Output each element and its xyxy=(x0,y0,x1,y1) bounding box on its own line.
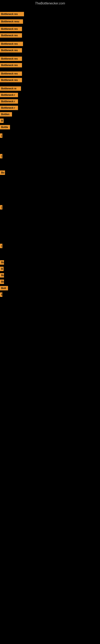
bottleneck-label[interactable]: Bo xyxy=(0,273,4,278)
list-item: E xyxy=(0,292,100,297)
bottleneck-label[interactable]: | xyxy=(0,134,2,138)
list-item: Bottleneck res xyxy=(0,12,100,16)
bottleneck-label[interactable]: Bo xyxy=(0,280,4,284)
list-item: | xyxy=(0,205,100,210)
items-container: Bottleneck resBottleneck resuBottleneck … xyxy=(0,7,100,298)
bottleneck-label[interactable]: Bottleneck res xyxy=(0,78,22,82)
list-item: Bottleneck res xyxy=(0,42,100,46)
bottleneck-label[interactable]: Bottleneck res xyxy=(0,42,23,46)
bottleneck-label[interactable]: | xyxy=(0,244,2,248)
bottleneck-label[interactable]: Bottle xyxy=(0,125,10,130)
bottleneck-label[interactable]: Bott xyxy=(0,286,8,290)
list-item: Bottleneck res xyxy=(0,27,100,31)
list-item: | xyxy=(0,134,100,138)
list-item: Bo xyxy=(0,280,100,284)
list-item: Bottleneck res xyxy=(0,33,100,38)
list-item: Bottleneck res xyxy=(0,56,100,61)
list-item: Bott xyxy=(0,286,100,290)
bottleneck-label[interactable]: Bottleneck res xyxy=(0,56,22,61)
bottleneck-label[interactable]: Bottleneck res xyxy=(0,33,22,38)
list-item: Bottleneck res xyxy=(0,78,100,82)
list-item: Bottleneck res xyxy=(0,72,100,76)
bottleneck-label[interactable]: | xyxy=(0,205,2,210)
list-item: Bottleneck re xyxy=(0,86,100,91)
bottleneck-label[interactable]: Bottleneck r xyxy=(0,106,18,110)
bottleneck-label[interactable]: | xyxy=(0,154,2,158)
bottleneck-label[interactable]: Bottleneck res xyxy=(0,48,22,52)
list-item: Bottleneck r xyxy=(0,93,100,97)
list-item: Bottleneck res xyxy=(0,48,100,52)
bottleneck-label[interactable]: Bottleneck res xyxy=(0,27,22,31)
list-item: B xyxy=(0,118,100,123)
bottleneck-label[interactable]: Bottleneck resu xyxy=(0,19,23,24)
list-item: Bottleneck r xyxy=(0,106,100,110)
list-item: Bo xyxy=(0,260,100,265)
list-item: | xyxy=(0,244,100,248)
bottleneck-label[interactable]: Bottleneck re xyxy=(0,86,21,91)
bottleneck-label[interactable]: Bottlen xyxy=(0,112,12,116)
bottleneck-label[interactable]: B xyxy=(0,267,3,271)
list-item: Bottlen xyxy=(0,112,100,116)
page-title: TheBottlenecker.com xyxy=(0,0,100,7)
list-item: | xyxy=(0,154,100,158)
bottleneck-label[interactable]: Bottleneck res xyxy=(0,63,22,68)
list-item: B xyxy=(0,267,100,271)
list-item: Bottle xyxy=(0,125,100,130)
list-item: Bottleneck res xyxy=(0,63,100,68)
list-item: Bo xyxy=(0,273,100,278)
bottleneck-label[interactable]: E xyxy=(0,292,2,297)
bottleneck-label[interactable]: B xyxy=(0,118,3,123)
bottleneck-label[interactable]: Bo xyxy=(0,260,4,265)
bottleneck-label[interactable]: Bottleneck r xyxy=(0,93,18,97)
bottleneck-label[interactable]: Bottleneck res xyxy=(0,72,22,76)
list-item: Bottleneck resu xyxy=(0,19,100,24)
bottleneck-label[interactable]: Bo xyxy=(0,170,5,175)
bottleneck-label[interactable]: Bottleneck r xyxy=(0,99,18,104)
bottleneck-label[interactable]: Bottleneck res xyxy=(0,12,24,16)
list-item: Bo xyxy=(0,170,100,175)
list-item: Bottleneck r xyxy=(0,99,100,104)
